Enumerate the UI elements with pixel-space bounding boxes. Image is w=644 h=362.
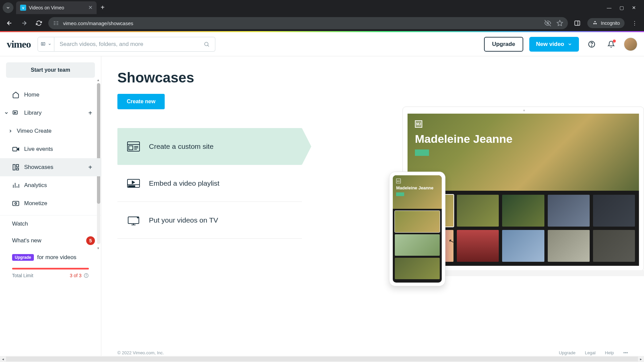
forward-button[interactable] (19, 18, 30, 28)
tracking-protection-icon[interactable] (544, 20, 551, 26)
close-window-button[interactable]: ✕ (632, 5, 636, 10)
sidebar-item-label: What's new (12, 237, 41, 244)
feature-list: Create a custom site Embed a video playl… (117, 128, 302, 239)
footer-upgrade-link[interactable]: Upgrade (559, 350, 576, 355)
analytics-icon (12, 182, 19, 189)
preview-phone-logo: MJ (396, 179, 401, 183)
new-tab-button[interactable]: + (97, 4, 109, 11)
live-icon (12, 145, 19, 153)
search-type-dropdown[interactable] (38, 37, 54, 52)
sidebar-item-home[interactable]: Home (0, 86, 101, 104)
sidebar-item-label: Library (24, 110, 42, 116)
add-to-library-button[interactable]: + (86, 108, 95, 118)
preview-phone-title: Madeleine Jeanne (396, 185, 438, 190)
svg-rect-1 (57, 21, 58, 22)
svg-rect-0 (54, 21, 55, 22)
sidebar-item-label: Watch (12, 221, 28, 227)
bookmark-icon[interactable] (556, 20, 563, 26)
preview-thumb (457, 230, 499, 262)
svg-rect-43 (131, 186, 132, 187)
sidebar-item-whats-new[interactable]: What's new 5 (0, 232, 101, 249)
tab-close-button[interactable]: ✕ (88, 4, 93, 11)
tab-search-button[interactable] (3, 2, 13, 13)
info-icon[interactable] (84, 273, 89, 278)
start-team-button[interactable]: Start your team (6, 62, 95, 78)
preview-hero-logo: MJ (415, 120, 422, 128)
address-bar[interactable]: vimeo.com/manage/showcases (48, 17, 568, 29)
new-video-button[interactable]: New video (529, 37, 579, 52)
user-avatar[interactable] (624, 38, 637, 51)
footer-copyright: © 2022 Vimeo.com, Inc. (117, 350, 164, 355)
chevron-right-icon[interactable] (8, 129, 13, 133)
incognito-indicator[interactable]: Incognito (587, 18, 625, 28)
svg-rect-20 (13, 147, 17, 151)
footer-more-button[interactable]: ••• (623, 350, 628, 355)
whats-new-badge: 5 (86, 236, 95, 245)
search-icon[interactable] (204, 41, 210, 47)
tv-icon (127, 215, 140, 226)
sidebar-item-analytics[interactable]: Analytics (0, 176, 101, 194)
svg-rect-4 (54, 24, 55, 25)
sidebar-item-monetize[interactable]: Monetize (0, 194, 101, 213)
create-new-button[interactable]: Create new (117, 94, 165, 109)
add-showcase-button[interactable]: + (86, 163, 95, 172)
scroll-left-button[interactable]: ◂ (0, 357, 6, 361)
maximize-button[interactable]: ▢ (620, 5, 624, 10)
help-button[interactable] (585, 38, 598, 51)
main-content: Showcases Create new Create a custom sit… (101, 56, 644, 356)
sidebar-item-live-events[interactable]: Live events (0, 140, 101, 158)
chrome-menu-button[interactable]: ⋮ (629, 18, 640, 28)
footer-help-link[interactable]: Help (605, 350, 614, 355)
svg-rect-2 (54, 23, 55, 23)
preview-phone-item (395, 234, 440, 256)
home-icon (12, 91, 19, 99)
feature-tv[interactable]: Put your videos on TV (117, 202, 302, 239)
svg-marker-7 (557, 20, 563, 26)
scroll-right-button[interactable]: ▸ (638, 357, 644, 361)
svg-rect-28 (13, 201, 19, 206)
library-icon (12, 109, 19, 117)
page-title: Showcases (117, 70, 628, 86)
svg-rect-42 (128, 186, 130, 187)
back-button[interactable] (4, 18, 15, 28)
sidebar-item-watch[interactable]: Watch (0, 216, 101, 232)
svg-line-15 (208, 45, 209, 46)
feature-custom-site[interactable]: Create a custom site (117, 128, 302, 165)
svg-point-17 (591, 46, 592, 46)
sidebar-item-library[interactable]: Library + (0, 104, 101, 122)
preview-phone-item (395, 258, 440, 279)
preview-phone-pill (396, 192, 404, 196)
preview-thumb (502, 230, 544, 262)
horizontal-scrollbar[interactable]: ◂ ▸ (0, 356, 644, 362)
sidebar-item-label: Vimeo Create (17, 128, 52, 134)
feature-embed-playlist[interactable]: Embed a video playlist (117, 165, 302, 202)
notifications-button[interactable] (604, 38, 618, 51)
site-settings-icon[interactable] (53, 20, 59, 26)
footer-legal-link[interactable]: Legal (585, 350, 596, 355)
reload-button[interactable] (34, 18, 44, 28)
showcases-icon (12, 164, 19, 171)
svg-rect-3 (57, 23, 58, 23)
minimize-button[interactable]: — (607, 5, 611, 10)
sidebar-item-vimeo-create[interactable]: Vimeo Create (0, 122, 101, 140)
sidebar: Start your team ▴ ▾ Home (0, 56, 101, 356)
address-row: vimeo.com/manage/showcases Incognito ⋮ (0, 15, 644, 31)
side-panel-icon[interactable] (572, 18, 583, 28)
sidebar-scroll-up[interactable]: ▴ (96, 78, 100, 82)
total-limit-label: Total Limit (12, 273, 33, 278)
upgrade-button[interactable]: Upgrade (484, 37, 523, 52)
sidebar-item-showcases[interactable]: Showcases + (0, 158, 101, 176)
search-input[interactable] (60, 41, 204, 48)
chevron-down-icon[interactable] (4, 111, 9, 115)
svg-marker-19 (14, 112, 16, 113)
feature-label: Put your videos on TV (149, 216, 218, 224)
preview-phone: MJ Madeleine Jeanne (389, 172, 445, 286)
browser-tab[interactable]: v Videos on Vimeo ✕ (16, 1, 97, 14)
vimeo-logo[interactable]: vimeo (7, 39, 31, 50)
sidebar-upgrade-cta[interactable]: Upgrade for more videos (0, 249, 101, 266)
sidebar-item-label: Showcases (24, 164, 53, 171)
tab-bar: v Videos on Vimeo ✕ + — ▢ ✕ (0, 0, 644, 15)
total-limit-value: 3 of 3 (70, 273, 82, 278)
svg-point-11 (595, 23, 597, 24)
preview-phone-item (395, 211, 440, 232)
